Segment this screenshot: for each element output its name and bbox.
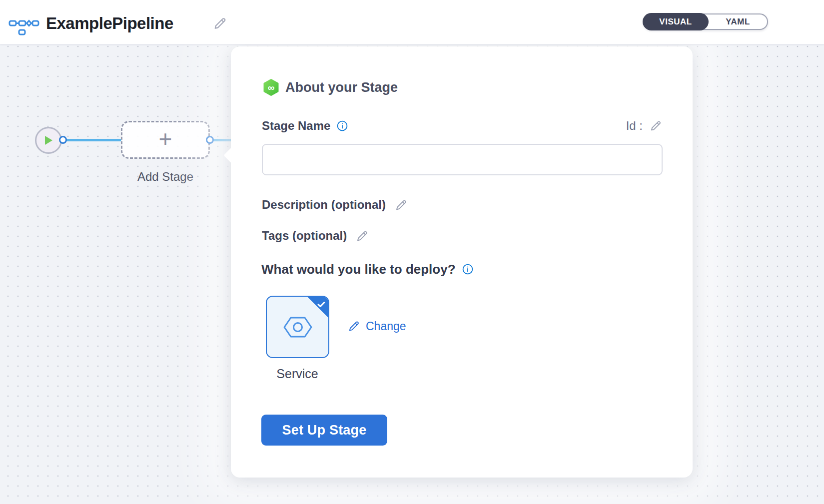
add-stage-label: Add Stage <box>116 170 215 184</box>
play-icon <box>43 135 53 146</box>
toggle-visual[interactable]: VISUAL <box>643 13 709 30</box>
header: ExamplePipeline VISUAL YAML <box>0 0 824 44</box>
add-stage-node[interactable]: + <box>121 121 210 159</box>
stage-name-input[interactable] <box>262 144 663 175</box>
edit-title-pencil-icon[interactable] <box>212 15 228 31</box>
page-title: ExamplePipeline <box>46 14 173 33</box>
check-icon <box>316 299 326 309</box>
change-pencil-icon <box>347 319 361 333</box>
description-row: Description (optional) <box>262 197 408 213</box>
change-service-link[interactable]: Change <box>347 319 406 333</box>
pipeline-canvas[interactable]: + Add Stage ∞ About your Stage Stage Nam… <box>0 44 824 504</box>
deploy-type-service-card[interactable] <box>266 296 329 358</box>
info-icon[interactable] <box>462 263 474 275</box>
panel-caret <box>223 147 239 163</box>
stage-id-label: Id : <box>626 119 643 133</box>
panel-title: About your Stage <box>285 80 398 95</box>
deploy-question: What would you like to deploy? <box>261 262 456 277</box>
about-stage-panel: ∞ About your Stage Stage Name Id : Descr… <box>231 46 693 478</box>
edit-id-pencil-icon[interactable] <box>649 119 663 133</box>
service-card-label: Service <box>260 367 335 381</box>
description-label: Description (optional) <box>262 198 386 212</box>
visual-yaml-toggle[interactable]: VISUAL YAML <box>643 13 768 30</box>
tags-row: Tags (optional) <box>262 228 369 244</box>
stage-name-label: Stage Name <box>262 119 330 133</box>
connector-dot <box>206 136 214 144</box>
pipeline-start-node[interactable] <box>35 127 62 154</box>
stage-type-icon: ∞ <box>263 79 279 96</box>
flow-line <box>66 139 122 141</box>
infinity-glyph: ∞ <box>268 82 275 93</box>
edit-tags-pencil-icon[interactable] <box>355 229 369 243</box>
set-up-stage-button[interactable]: Set Up Stage <box>261 415 387 446</box>
deploy-question-row: What would you like to deploy? <box>261 261 474 277</box>
tags-label: Tags (optional) <box>262 229 347 243</box>
plus-icon: + <box>159 129 172 149</box>
service-hexagon-icon <box>282 314 313 340</box>
toggle-yaml[interactable]: YAML <box>709 14 767 29</box>
connector-dot <box>59 136 67 144</box>
edit-description-pencil-icon[interactable] <box>394 198 408 212</box>
panel-heading: ∞ About your Stage <box>263 78 398 96</box>
info-icon[interactable] <box>336 120 348 132</box>
change-label: Change <box>366 320 406 333</box>
stage-name-row: Stage Name Id : <box>262 118 663 133</box>
pipeline-icon <box>8 16 39 36</box>
